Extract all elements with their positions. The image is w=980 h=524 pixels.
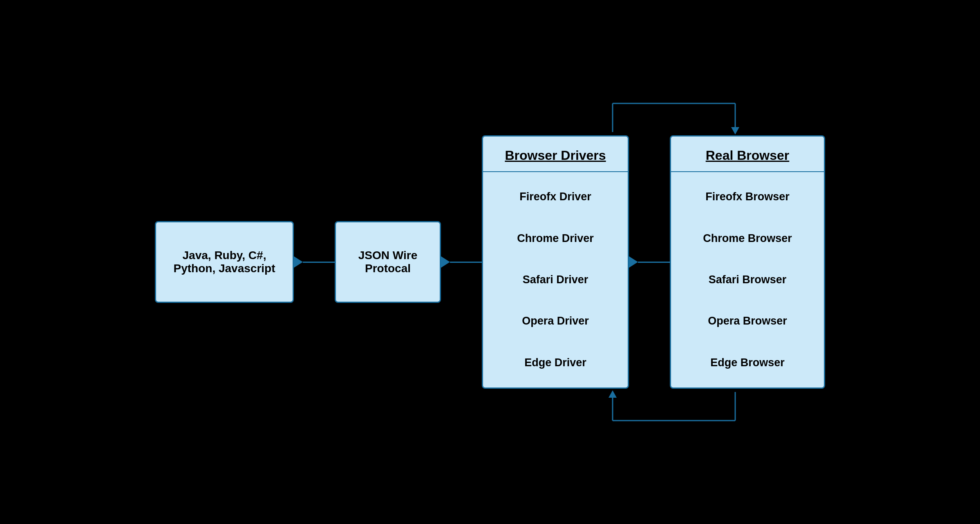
svg-marker-3: [731, 127, 739, 134]
real-browser-box: Real Browser Fireofx Browser Chrome Brow…: [670, 135, 825, 389]
json-wire-box: JSON Wire Protocal: [335, 221, 441, 303]
drivers-header: Browser Drivers: [483, 137, 628, 172]
arrow-drivers-to-real: [629, 256, 670, 268]
bottom-arrow-svg: [539, 388, 768, 429]
real-item-2: Safari Browser: [709, 273, 787, 286]
real-header: Real Browser: [671, 137, 824, 172]
boxes-row: Browser Drivers Fireofx Driver Chrome Dr…: [482, 135, 825, 389]
languages-box: Java, Ruby, C#, Python, Javascript: [155, 221, 294, 303]
main-diagram: Java, Ruby, C#, Python, Javascript JSON …: [155, 95, 825, 429]
arrow-languages-to-json: [294, 256, 335, 268]
right-section: Browser Drivers Fireofx Driver Chrome Dr…: [482, 95, 825, 429]
real-items: Fireofx Browser Chrome Browser Safari Br…: [671, 172, 824, 387]
json-line1: JSON Wire: [358, 249, 417, 262]
driver-item-2: Safari Driver: [523, 273, 588, 286]
real-item-3: Opera Browser: [708, 315, 787, 327]
drivers-box: Browser Drivers Fireofx Driver Chrome Dr…: [482, 135, 629, 389]
arrow-json-to-drivers: [441, 256, 482, 268]
real-item-0: Fireofx Browser: [705, 190, 790, 203]
driver-item-0: Fireofx Driver: [519, 190, 591, 203]
languages-line1: Java, Ruby, C#,: [174, 249, 275, 262]
json-line2: Protocal: [358, 262, 417, 275]
languages-line2: Python, Javascript: [174, 262, 275, 275]
real-item-4: Edge Browser: [710, 356, 785, 369]
driver-item-4: Edge Driver: [524, 356, 586, 369]
top-arrow-svg: [539, 95, 768, 136]
driver-item-3: Opera Driver: [522, 315, 589, 327]
driver-item-1: Chrome Driver: [517, 232, 594, 245]
drivers-items: Fireofx Driver Chrome Driver Safari Driv…: [483, 172, 628, 387]
real-item-1: Chrome Browser: [703, 232, 792, 245]
svg-marker-7: [609, 390, 617, 398]
